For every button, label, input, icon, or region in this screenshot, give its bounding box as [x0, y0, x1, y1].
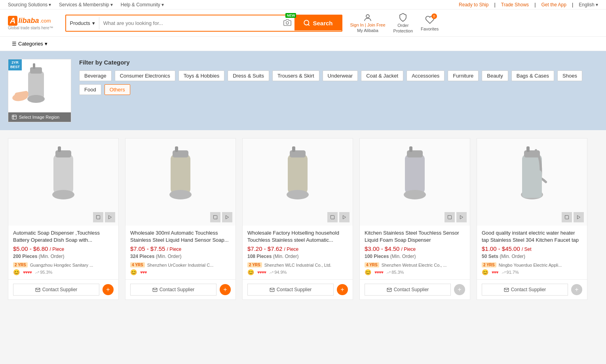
img-video-btn-3[interactable] [456, 212, 467, 222]
order-protection-icon[interactable]: Order Protection [393, 13, 413, 33]
svg-point-3 [366, 15, 369, 18]
ready-to-ship-link[interactable]: Ready to Ship [459, 2, 488, 8]
filter-tag-food[interactable]: Food [79, 84, 101, 95]
filter-tag-shoes[interactable]: Shoes [557, 70, 582, 81]
svg-marker-18 [109, 216, 112, 219]
language-select[interactable]: English ▾ [579, 2, 598, 8]
logo-area[interactable]: A libaba .com Global trade starts here™ [8, 16, 53, 30]
add-cart-btn-3[interactable]: + [454, 284, 465, 295]
select-region-label: Select Image Region [19, 115, 59, 119]
my-alibaba-icon[interactable]: Sign In | Join Free My Alibaba [350, 13, 386, 33]
svg-rect-31 [405, 154, 425, 194]
contact-supplier-btn-3[interactable]: Contact Supplier [365, 284, 451, 296]
rating-row-1: 😊 ♥♥♥ [130, 269, 231, 275]
contact-supplier-btn-0[interactable]: Contact Supplier [13, 284, 99, 296]
rating-row-3: 😊 ♥♥♥♥ 85.3% [365, 269, 465, 275]
add-cart-btn-1[interactable]: + [220, 284, 231, 295]
svg-point-34 [404, 190, 426, 199]
svg-rect-29 [331, 216, 334, 219]
svg-rect-32 [407, 150, 423, 157]
supplier-name-1: Shenzhen UrCooker Industrial C... [147, 263, 231, 267]
contact-supplier-btn-1[interactable]: Contact Supplier [130, 284, 217, 296]
img-expand-btn-0[interactable] [93, 212, 103, 222]
add-cart-btn-0[interactable]: + [103, 284, 114, 295]
svg-line-2 [308, 24, 310, 25]
filter-tag-dress---suits[interactable]: Dress & Suits [228, 70, 269, 81]
svg-marker-36 [460, 216, 463, 219]
add-cart-btn-2[interactable]: + [337, 284, 348, 295]
nav-help-community[interactable]: Help & Community ▾ [121, 2, 164, 8]
smile-icon-3: 😊 [365, 269, 371, 275]
get-app-link[interactable]: Get the App [541, 2, 566, 8]
filter-tag-beauty[interactable]: Beauty [482, 70, 508, 81]
product-title-0: Automatic Soap Dispenser ,Touchless Batt… [13, 229, 114, 244]
camera-search-button[interactable]: NEW [280, 15, 294, 31]
img-video-btn-4[interactable] [574, 212, 584, 222]
filter-tag-trousers---skirt[interactable]: Trousers & Skirt [272, 70, 319, 81]
search-type-label: Products [70, 20, 90, 26]
product-img-icons-1 [210, 212, 232, 222]
svg-rect-41 [522, 170, 542, 198]
img-expand-btn-1[interactable] [210, 212, 220, 222]
product-card-0: Automatic Soap Dispenser ,Touchless Batt… [8, 138, 119, 300]
svg-rect-10 [12, 115, 17, 119]
search-button[interactable]: Search [294, 15, 341, 30]
select-image-region-btn[interactable]: Select Image Region [8, 112, 71, 122]
product-info-0: Automatic Soap Dispenser ,Touchless Batt… [8, 226, 118, 279]
hearts-1: ♥♥♥ [140, 270, 147, 275]
svg-point-28 [287, 190, 309, 199]
product-image-3[interactable] [360, 138, 470, 226]
trade-shows-link[interactable]: Trade Shows [501, 2, 529, 8]
product-price-2: $7.20 - $7.62 / Piece [247, 245, 348, 252]
filter-tag-accessories[interactable]: Accessories [407, 70, 445, 81]
svg-rect-20 [173, 150, 188, 157]
trending-4: 91.7% [502, 270, 519, 275]
img-expand-btn-3[interactable] [445, 212, 455, 222]
product-image-2[interactable] [243, 138, 353, 226]
top-nav-right: Ready to Ship | Trade Shows | Get the Ap… [459, 2, 598, 8]
trending-0: 95.3% [35, 270, 52, 275]
product-image-0[interactable] [8, 138, 118, 226]
filter-tag-beverage[interactable]: Beverage [79, 70, 112, 81]
img-expand-btn-4[interactable] [562, 212, 572, 222]
yrs-badge-3: 4 YRS [365, 262, 379, 267]
add-cart-btn-4[interactable]: + [571, 284, 582, 295]
favorites-label: Favorites [421, 27, 439, 31]
product-image-4[interactable] [477, 138, 587, 226]
favorites-icon[interactable]: 0 Favorites [421, 15, 439, 31]
sign-in-text: Sign In | Join Free [350, 23, 386, 27]
logo-tagline: Global trade starts here™ [8, 26, 53, 30]
categories-label: Categories [18, 41, 43, 47]
filter-tag-bags---cases[interactable]: Bags & Cases [511, 70, 554, 81]
nav-sourcing-solutions[interactable]: Sourcing Solutions ▾ [8, 2, 51, 8]
search-bar: Products ▾ NEW Search [65, 15, 342, 32]
product-moq-0: 200 Pieces (Min. Order) [13, 254, 114, 259]
filter-tag-coat---jacket[interactable]: Coat & Jacket [361, 70, 403, 81]
search-input[interactable] [99, 17, 281, 29]
filter-tag-furniture[interactable]: Furniture [448, 70, 479, 81]
nav-services-membership[interactable]: Services & Membership ▾ [59, 2, 113, 8]
img-video-btn-1[interactable] [222, 212, 232, 222]
product-image-1[interactable] [125, 138, 236, 226]
svg-rect-26 [290, 150, 306, 157]
svg-point-16 [52, 190, 74, 199]
svg-rect-39 [526, 146, 530, 152]
categories-button[interactable]: ☰ Categories ▾ [8, 39, 51, 48]
search-type-dropdown[interactable]: Products ▾ [66, 17, 99, 29]
svg-rect-17 [97, 216, 100, 219]
img-video-btn-2[interactable] [339, 212, 350, 222]
filter-tag-underwear[interactable]: Underwear [323, 70, 358, 81]
product-moq-4: 50 Sets (Min. Order) [482, 254, 582, 259]
contact-supplier-btn-2[interactable]: Contact Supplier [247, 284, 334, 296]
img-expand-btn-2[interactable] [327, 212, 338, 222]
hearts-3: ♥♥♥♥ [374, 270, 383, 275]
category-bar: ☰ Categories ▾ [0, 37, 606, 51]
filter-tag-others[interactable]: Others [104, 84, 130, 95]
rating-row-0: 😊 ♥♥♥♥ 95.3% [13, 269, 114, 275]
contact-supplier-btn-4[interactable]: Contact Supplier [482, 284, 568, 296]
trending-2: 94.9% [269, 270, 287, 275]
filter-tag-toys---hobbies[interactable]: Toys & Hobbies [179, 70, 224, 81]
supplier-name-3: Shenzhen Wetrust Electric Co., ... [382, 263, 465, 267]
img-video-btn-0[interactable] [105, 212, 115, 222]
filter-tag-consumer-electronics[interactable]: Consumer Electronics [115, 70, 175, 81]
